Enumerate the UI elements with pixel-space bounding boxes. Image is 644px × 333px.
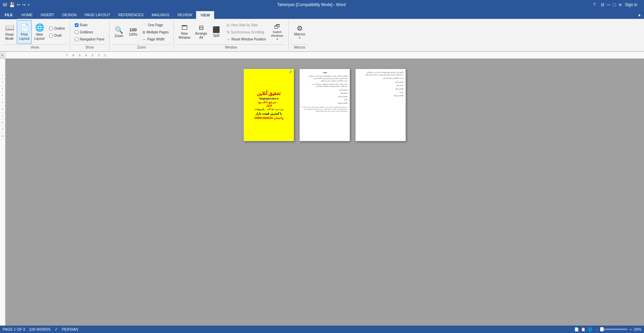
tab-review[interactable]: REVIEW xyxy=(173,10,196,19)
one-page-button[interactable]: 📄 One Page xyxy=(140,22,171,28)
page1-file-types: ورد-پی دی اف - پاورپوینت xyxy=(254,107,283,111)
synchronous-scrolling-button[interactable]: ⇅ Synchronous Scrolling xyxy=(225,29,268,35)
view-icon-read[interactable]: 📋 xyxy=(581,327,586,332)
zoom-slider-thumb[interactable] xyxy=(600,327,604,331)
title-bar: W 💾 ↩ ↪ ▾ Taheriyan [Compatibility Mode]… xyxy=(0,0,644,9)
draft-checkbox[interactable] xyxy=(49,34,53,37)
sign-in-button[interactable]: Sign in xyxy=(625,2,637,7)
proofing-icon[interactable]: ✓ xyxy=(55,327,58,332)
document-area-wrapper: 1 2 3 4 5 6 7 8 9 10 🔗 تحقیق آنلاین Tahg… xyxy=(0,59,644,329)
page-width-icon: ↔ xyxy=(142,37,146,41)
ribbon-collapse-button[interactable]: ▲ xyxy=(638,13,641,17)
web-layout-button[interactable]: 🌐 WebLayout xyxy=(32,20,46,44)
page3-line1: طاهریان در قلمرو تاریخی فضا و سازمان در … xyxy=(358,71,404,73)
tab-file[interactable]: FILE xyxy=(0,10,18,19)
show-group-label: Show xyxy=(73,44,106,50)
web-layout-label: WebLayout xyxy=(34,33,44,41)
page-width-button[interactable]: ↔ Page Width xyxy=(140,36,171,42)
tab-view[interactable]: VIEW xyxy=(196,10,214,19)
zoom-100-button[interactable]: 100 100% xyxy=(126,21,140,43)
arrange-all-button[interactable]: ⊟ ArrangeAll xyxy=(193,21,209,43)
page3-item4: درباره xyxy=(358,91,404,93)
view-side-by-side-button[interactable]: ⊟ View Side by Side xyxy=(225,22,268,28)
document-title: Taheriyan [Compatibility Mode] - Word xyxy=(30,2,593,7)
window-buttons: 🗔 NewWindow ⊟ ArrangeAll ⬛ Split ⊟ View … xyxy=(176,20,286,44)
outline-checkbox-label[interactable]: Outline xyxy=(47,25,67,32)
new-window-button[interactable]: 🗔 NewWindow xyxy=(176,21,193,43)
page1-url: Tahghighonline.ir xyxy=(259,97,279,100)
arrange-all-label: ArrangeAll xyxy=(195,32,207,40)
tab-design[interactable]: DESIGN xyxy=(58,10,80,19)
page3-content: طاهریان در قلمرو تاریخی فضا و سازمان در … xyxy=(356,69,406,141)
vruler-1: 1 xyxy=(0,72,5,79)
view-side-by-side-label: View Side by Side xyxy=(231,23,258,27)
zoom-100-label: 100% xyxy=(129,33,137,37)
page2-item3: طاهریان فکر xyxy=(302,96,348,98)
window-small-buttons: ⊟ View Side by Side ⇅ Synchronous Scroll… xyxy=(225,22,268,42)
zoom-in-button[interactable]: ＋ xyxy=(629,327,633,332)
nav-pane-checkbox-label[interactable]: Navigation Pane xyxy=(73,36,106,42)
view-icon-print[interactable]: 📄 xyxy=(574,327,579,332)
print-layout-icon: 📄 xyxy=(20,23,29,32)
macros-label: Macros xyxy=(294,32,305,36)
tab-references[interactable]: REFERENCES xyxy=(114,10,148,19)
page2-line2: سمت بصری فارسی و نوشتاری پرونده آشنایی ف… xyxy=(302,78,348,80)
outline-checkbox[interactable] xyxy=(49,27,53,30)
restore-button[interactable]: □ xyxy=(613,2,616,7)
print-layout-button[interactable]: 📄 PrintLayout xyxy=(17,20,32,44)
switch-windows-button[interactable]: 🗗 SwitchWindows ▾ xyxy=(269,21,286,43)
pages-container: 🔗 تحقیق آنلاین Tahghighonline.ir ← مرجع … xyxy=(244,69,406,141)
view-mode-icons: 📄 📋 🌐 xyxy=(574,327,593,332)
tab-insert[interactable]: INSERT xyxy=(37,10,58,19)
tab-home[interactable]: HOME xyxy=(18,10,37,19)
tab-page-layout[interactable]: PAGE LAYOUT xyxy=(80,10,114,19)
ruler-checkbox[interactable] xyxy=(75,23,78,27)
view-icon-web[interactable]: 🌐 xyxy=(587,327,593,332)
zoom-label: Zoom xyxy=(115,34,123,38)
window-group-label: Window xyxy=(176,44,286,50)
save-icon[interactable]: 💾 xyxy=(9,2,15,7)
zoom-out-button[interactable]: － xyxy=(595,327,599,332)
split-button[interactable]: ⬛ Split xyxy=(210,21,223,43)
show-checkboxes: Ruler Gridlines Navigation Pane xyxy=(73,22,106,42)
nav-pane-checkbox[interactable] xyxy=(75,37,78,41)
macros-button[interactable]: ⚙ Macros ▾ xyxy=(291,21,308,43)
undo-icon[interactable]: ↩ xyxy=(17,2,20,7)
ruler-mark-6: 6 xyxy=(72,54,74,57)
gridlines-checkbox[interactable] xyxy=(75,30,78,34)
page2-line1: طاهریان نگاه به قضیه مسائل فضا و سازمان … xyxy=(302,75,348,78)
draft-checkbox-label[interactable]: Draft xyxy=(47,32,67,39)
zoom-button[interactable]: 🔍 Zoom xyxy=(112,21,126,43)
read-mode-button[interactable]: 📖 ReadMode xyxy=(3,20,16,44)
gridlines-checkbox-label[interactable]: Gridlines xyxy=(73,29,106,35)
document-canvas[interactable]: 🔗 تحقیق آنلاین Tahghighonline.ir ← مرجع … xyxy=(5,59,644,329)
vruler-3: 3 xyxy=(0,86,5,92)
web-layout-icon: 🌐 xyxy=(35,23,44,32)
vertical-ruler: 1 2 3 4 5 6 7 8 9 10 xyxy=(0,59,5,329)
redo-icon[interactable]: ↪ xyxy=(22,2,26,7)
page2-para: در بیان تاریخچه باریکتری و بخش مجاز در ک… xyxy=(302,106,348,112)
read-mode-icon: 📖 xyxy=(5,23,14,32)
zoom-slider-track[interactable] xyxy=(601,329,627,330)
multiple-pages-button[interactable]: ⊟ Multiple Pages xyxy=(140,29,171,35)
page3-item3: طاهری فکر xyxy=(358,88,404,90)
ruler-mark-3: 3 xyxy=(92,54,93,57)
page-3: طاهریان در قلمرو تاریخی فضا و سازمان در … xyxy=(355,69,406,141)
views-buttons: 📖 ReadMode 📄 PrintLayout 🌐 WebLayout Out… xyxy=(3,20,67,44)
page2-line3: درباره عملکردی نوشتار در این زمینه‌ای xyxy=(302,80,348,82)
reset-window-icon: ↔ xyxy=(227,37,230,41)
zoom-buttons: 🔍 Zoom 100 100% 📄 One Page ⊟ Multiple Pa… xyxy=(112,20,171,44)
reset-window-position-button[interactable]: ↔ Reset Window Position xyxy=(225,36,268,42)
help-button[interactable]: ? xyxy=(593,2,595,7)
tab-mailings[interactable]: MAILINGS xyxy=(148,10,173,19)
vruler-6: 6 xyxy=(0,106,5,113)
ruler-checkbox-label[interactable]: Ruler xyxy=(73,22,106,28)
macros-group-label: Macros xyxy=(291,44,308,50)
ribbon-display-options[interactable]: ⊟ xyxy=(601,2,604,7)
split-icon: ⬛ xyxy=(213,26,220,34)
arrange-all-icon: ⊟ xyxy=(199,24,204,32)
horizontal-ruler: 7 6 5 4 3 2 1 xyxy=(5,52,644,58)
close-button[interactable]: ✕ xyxy=(618,2,622,7)
minimize-button[interactable]: ─ xyxy=(607,2,610,7)
group-macros: ⚙ Macros ▾ Macros xyxy=(289,20,311,50)
